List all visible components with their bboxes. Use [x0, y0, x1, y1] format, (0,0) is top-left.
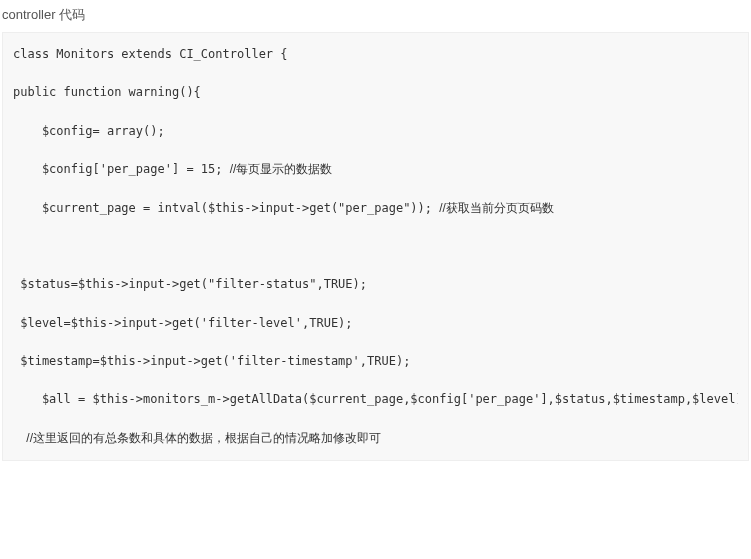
code-line: $config['per_page'] = 15;	[13, 162, 230, 176]
code-line: $status=$this->input->get("filter-status…	[13, 277, 367, 291]
code-line: class Monitors extends CI_Controller {	[13, 47, 288, 61]
code-comment: //每页显示的数据数	[230, 162, 333, 176]
code-comment: //这里返回的有总条数和具体的数据，根据自己的情况略加修改即可	[13, 431, 381, 445]
code-line: $timestamp=$this->input->get('filter-tim…	[13, 354, 410, 368]
code-line: $level=$this->input->get('filter-level',…	[13, 316, 353, 330]
code-line: public function warning(){	[13, 85, 201, 99]
code-comment: //获取当前分页页码数	[439, 201, 554, 215]
code-line: $current_page = intval($this->input->get…	[13, 201, 439, 215]
code-block: class Monitors extends CI_Controller { p…	[2, 32, 749, 461]
code-line: $config= array();	[13, 124, 165, 138]
section-title: controller 代码	[0, 0, 751, 32]
code-line: $all = $this->monitors_m->getAllData($cu…	[13, 392, 738, 406]
code-content: class Monitors extends CI_Controller { p…	[13, 45, 738, 448]
